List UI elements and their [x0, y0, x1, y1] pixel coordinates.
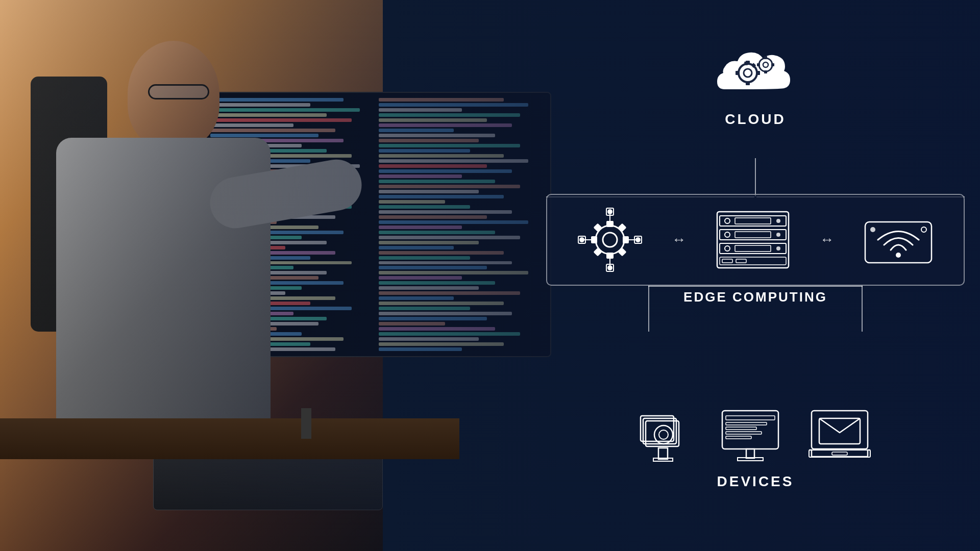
svg-rect-11 — [764, 70, 767, 73]
svg-rect-61 — [658, 448, 668, 459]
svg-rect-4 — [736, 71, 740, 75]
svg-rect-7 — [744, 62, 748, 65]
arrow-2: ↔ — [820, 232, 834, 248]
router-icon — [863, 212, 934, 268]
desktop-svg — [720, 408, 781, 464]
svg-rect-23 — [618, 248, 627, 257]
svg-rect-13 — [771, 63, 774, 66]
svg-rect-47 — [735, 245, 771, 252]
cloud-label: CLOUD — [725, 111, 786, 128]
cloud-section: CLOUD — [709, 41, 801, 128]
svg-point-26 — [579, 237, 584, 242]
svg-rect-21 — [618, 223, 627, 232]
svg-point-60 — [659, 430, 668, 439]
svg-point-44 — [776, 233, 780, 237]
svg-point-55 — [921, 227, 926, 232]
svg-point-54 — [870, 227, 875, 232]
camera-device-icon — [638, 408, 694, 464]
server-rack-icon — [715, 207, 791, 273]
svg-rect-20 — [594, 223, 602, 232]
edge-label: EDGE COMPUTING — [683, 289, 827, 305]
camera-svg — [638, 408, 694, 464]
router-svg — [863, 212, 934, 268]
svg-rect-66 — [726, 427, 756, 430]
edge-computing-box: ↔ — [546, 194, 965, 286]
processor-svg — [577, 207, 643, 273]
server-svg — [715, 207, 791, 273]
svg-rect-50 — [722, 259, 732, 263]
svg-point-46 — [725, 246, 730, 251]
cloud-icon-wrap — [709, 41, 801, 107]
cloud-svg — [709, 43, 801, 105]
desk-surface — [0, 418, 459, 459]
svg-point-27 — [635, 237, 641, 242]
laptop-svg — [806, 408, 873, 464]
devices-icons-row — [638, 408, 873, 464]
processor-icon — [577, 207, 643, 273]
svg-rect-49 — [720, 257, 786, 265]
diagram-container: CLOUD — [546, 41, 965, 500]
svg-rect-10 — [764, 56, 767, 59]
svg-rect-43 — [735, 232, 771, 238]
arrow-1: ↔ — [672, 232, 686, 248]
laptop-device-icon — [806, 408, 873, 464]
svg-rect-68 — [726, 436, 751, 439]
svg-point-48 — [776, 246, 780, 251]
svg-rect-3 — [746, 81, 750, 85]
devices-label: DEVICES — [717, 473, 794, 490]
svg-rect-12 — [757, 63, 760, 66]
svg-point-38 — [725, 218, 730, 223]
svg-point-53 — [896, 253, 901, 258]
svg-point-25 — [607, 265, 612, 270]
svg-point-14 — [596, 226, 624, 254]
svg-point-40 — [776, 219, 780, 223]
svg-rect-70 — [738, 458, 763, 461]
svg-point-42 — [725, 232, 730, 237]
connectors-to-devices — [546, 286, 965, 287]
svg-rect-65 — [726, 422, 767, 425]
svg-rect-74 — [832, 452, 847, 455]
svg-point-24 — [607, 209, 612, 214]
devices-section: DEVICES — [546, 408, 965, 490]
svg-rect-69 — [746, 449, 754, 458]
svg-rect-39 — [735, 218, 771, 224]
connector-cloud-to-edge — [755, 158, 756, 196]
svg-rect-51 — [736, 259, 746, 263]
svg-rect-67 — [726, 432, 762, 434]
svg-point-15 — [603, 233, 617, 247]
svg-rect-5 — [756, 71, 760, 75]
svg-rect-64 — [726, 416, 775, 420]
svg-rect-22 — [594, 248, 602, 257]
monitor-stand — [301, 408, 311, 439]
desktop-device-icon — [720, 408, 781, 464]
